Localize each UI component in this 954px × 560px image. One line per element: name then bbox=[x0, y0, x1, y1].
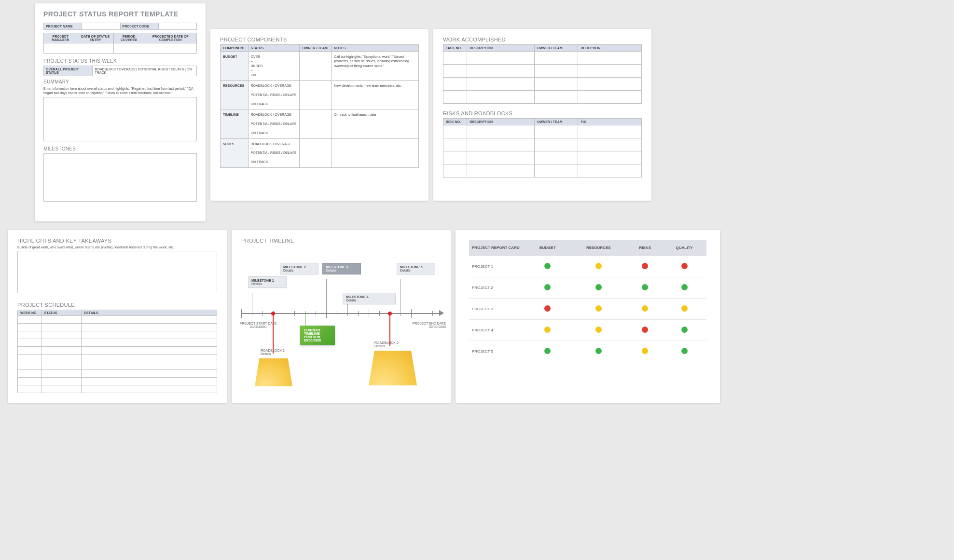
status-dot-icon bbox=[681, 348, 688, 354]
report-card-project-name: PROJECT 3 bbox=[469, 299, 526, 320]
comp-resources-owner[interactable] bbox=[300, 81, 332, 109]
table-row[interactable] bbox=[18, 378, 217, 385]
status-dot-icon bbox=[595, 284, 602, 290]
highlights-box[interactable] bbox=[17, 251, 217, 293]
milestone-lead bbox=[252, 293, 252, 313]
project-id-table: PROJECT NAME PROJECT CODE bbox=[43, 23, 197, 30]
table-row: TIMELINE ROADBLOCK / OVERAGE – POTENTIAL… bbox=[221, 109, 419, 138]
comp-scope-label: SCOPE bbox=[221, 138, 249, 167]
completion-value[interactable] bbox=[144, 43, 197, 54]
table-row[interactable] bbox=[18, 331, 217, 339]
pm-value[interactable] bbox=[44, 43, 77, 54]
table-row[interactable] bbox=[18, 316, 217, 324]
tick bbox=[316, 311, 316, 316]
status-dot-icon bbox=[642, 263, 648, 269]
arrow-right-icon bbox=[439, 310, 444, 316]
page-title: PROJECT STATUS REPORT TEMPLATE bbox=[43, 10, 197, 18]
milestones-box[interactable] bbox=[43, 153, 197, 202]
start-date-value: 00/00/0000 bbox=[249, 325, 266, 328]
current-position-box[interactable]: CURRENT TIMELINE POSITION 00/00/0000 bbox=[300, 326, 335, 345]
tick bbox=[432, 311, 433, 316]
status-cell bbox=[569, 256, 628, 277]
rc-h1: PROJECT REPORT CARD bbox=[469, 240, 526, 256]
rr-h3: OWNER / TEAM bbox=[535, 119, 578, 125]
timeline-title: PROJECT TIMELINE bbox=[241, 238, 441, 244]
summary-box[interactable] bbox=[43, 97, 197, 141]
status-dot-icon bbox=[642, 305, 648, 312]
tick bbox=[379, 311, 380, 316]
tick bbox=[369, 309, 369, 318]
table-row[interactable] bbox=[443, 65, 642, 78]
milestone-1-box[interactable]: MILESTONE 1 Details bbox=[248, 276, 287, 288]
risks-title: RISKS AND ROADBLOCKS bbox=[443, 110, 642, 116]
comp-budget-status[interactable]: OVER – UNDER – ON bbox=[248, 52, 300, 81]
table-row[interactable] bbox=[18, 347, 217, 355]
table-row: PROJECT 4 bbox=[469, 320, 706, 341]
status-dot-icon bbox=[595, 348, 602, 354]
milestone-5-box[interactable]: MILESTONE 5 Details bbox=[397, 263, 435, 274]
comp-budget-owner[interactable] bbox=[300, 52, 332, 81]
comp-timeline-owner[interactable] bbox=[300, 109, 332, 138]
status-cell bbox=[628, 299, 662, 320]
milestone-lead bbox=[326, 279, 327, 313]
comp-budget-notes[interactable]: Call out highlights: "Exceptional work,"… bbox=[332, 52, 419, 81]
project-code-value[interactable] bbox=[158, 23, 196, 30]
comp-resources-notes[interactable]: New developments, new team members, etc. bbox=[332, 81, 419, 109]
wa-h4: RECEPTION bbox=[578, 45, 642, 52]
comp-scope-owner[interactable] bbox=[300, 138, 332, 167]
report-card-table: PROJECT REPORT CARD BUDGET RESOURCES RIS… bbox=[469, 240, 706, 362]
risks-table: RISK NO. DESCRIPTION OWNER / TEAM FIX bbox=[443, 118, 642, 178]
table-row[interactable] bbox=[443, 78, 642, 91]
page-report-card: PROJECT REPORT CARD BUDGET RESOURCES RIS… bbox=[456, 230, 720, 403]
page-project-components: PROJECT COMPONENTS COMPONENT STATUS OWNE… bbox=[210, 29, 429, 201]
status-dot-icon bbox=[544, 348, 551, 354]
milestone-4-box[interactable]: MILESTONE 4 Details bbox=[343, 293, 396, 304]
milestone-1-title: MILESTONE 1 bbox=[251, 279, 283, 282]
table-row[interactable] bbox=[443, 138, 642, 151]
table-row[interactable] bbox=[18, 339, 217, 347]
milestone-3-box[interactable]: MILESTONE 3 Details bbox=[322, 263, 361, 274]
overall-status-options[interactable]: ROADBLOCK / OVERAGE | POTENTIAL RISKS / … bbox=[93, 66, 197, 76]
period-value[interactable] bbox=[113, 43, 144, 54]
start-date-label: PROJECT START DATE bbox=[240, 322, 277, 325]
comp-resources-status[interactable]: ROADBLOCK / OVERAGE – POTENTIAL RISKS / … bbox=[248, 81, 300, 109]
comp-scope-notes[interactable] bbox=[332, 138, 419, 167]
table-row[interactable] bbox=[18, 324, 217, 331]
roadblock-2-shape[interactable] bbox=[369, 351, 417, 385]
rr-h2: DESCRIPTION bbox=[467, 119, 535, 125]
roadblock-1-shape[interactable] bbox=[255, 358, 292, 386]
status-cell bbox=[526, 341, 569, 362]
table-row[interactable] bbox=[443, 164, 642, 178]
comp-timeline-notes[interactable]: On track to final launch date bbox=[332, 109, 419, 138]
table-row[interactable] bbox=[443, 125, 642, 138]
milestone-2-box[interactable]: MILESTONE 2 Details bbox=[280, 263, 318, 274]
status-dot-icon bbox=[642, 284, 648, 290]
project-meta-table: PROJECT MANAGER DATE OF STATUS ENTRY PER… bbox=[43, 33, 197, 54]
summary-title: SUMMARY bbox=[43, 79, 197, 84]
tick bbox=[337, 311, 337, 316]
table-row[interactable] bbox=[443, 52, 642, 65]
work-accomplished-table: TASK NO. DESCRIPTION OWNER / TEAM RECEPT… bbox=[443, 44, 642, 104]
rc-h3: RESOURCES bbox=[569, 240, 628, 256]
comp-h3: OWNER / TEAM bbox=[300, 45, 332, 52]
status-dot-icon bbox=[681, 263, 688, 269]
table-row[interactable] bbox=[18, 385, 217, 393]
project-name-value[interactable] bbox=[82, 23, 120, 30]
date-entry-value[interactable] bbox=[77, 43, 114, 54]
comp-scope-status[interactable]: ROADBLOCK / OVERAGE – POTENTIAL RISKS / … bbox=[248, 138, 300, 167]
table-row[interactable] bbox=[443, 91, 642, 104]
table-row[interactable] bbox=[18, 362, 217, 370]
table-row[interactable] bbox=[18, 370, 217, 378]
table-row[interactable] bbox=[443, 151, 642, 164]
table-row: SCOPE ROADBLOCK / OVERAGE – POTENTIAL RI… bbox=[221, 138, 419, 167]
overall-status-label: OVERALL PROJECT STATUS bbox=[44, 66, 93, 76]
rc-h4: RISKS bbox=[628, 240, 662, 256]
rc-h5: QUALITY bbox=[662, 240, 706, 256]
schedule-table: WEEK NO. STATUS DETAILS bbox=[17, 310, 217, 393]
table-row[interactable] bbox=[18, 355, 217, 362]
comp-timeline-status[interactable]: ROADBLOCK / OVERAGE – POTENTIAL RISKS / … bbox=[248, 109, 300, 138]
page-status-report: PROJECT STATUS REPORT TEMPLATE PROJECT N… bbox=[35, 3, 206, 221]
comp-h2: STATUS bbox=[248, 45, 300, 52]
milestone-1-details: Details bbox=[251, 282, 283, 286]
table-row: BUDGET OVER – UNDER – ON Call out highli… bbox=[221, 52, 419, 81]
